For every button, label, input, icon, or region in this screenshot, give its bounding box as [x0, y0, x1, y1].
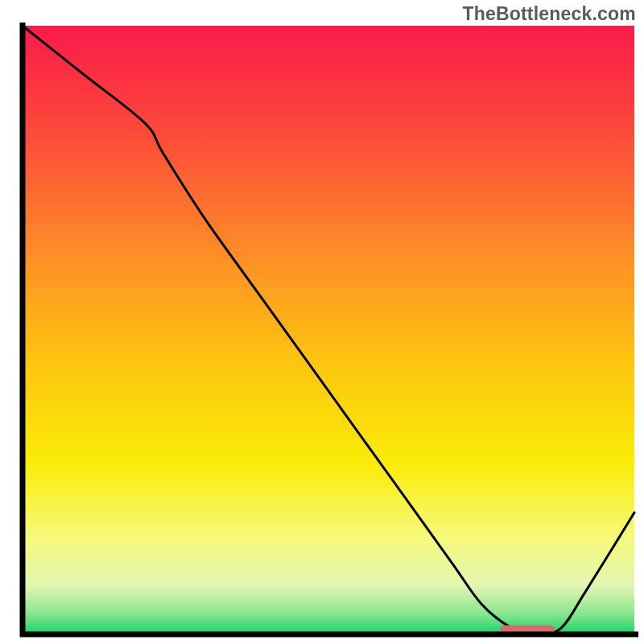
bottleneck-chart: TheBottleneck.com — [0, 0, 644, 644]
chart-svg — [0, 0, 644, 644]
watermark-text: TheBottleneck.com — [462, 3, 636, 25]
plot-background — [23, 26, 634, 634]
